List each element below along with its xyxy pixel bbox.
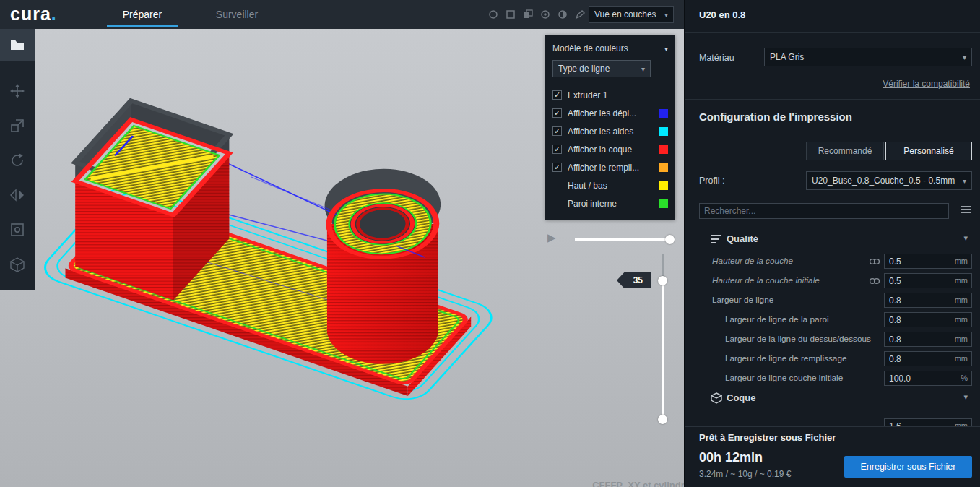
extruder-1-checkbox[interactable] xyxy=(552,90,562,100)
chevron-down-icon: ▾ xyxy=(963,392,968,402)
shell-icon xyxy=(711,392,722,404)
helpers-color-swatch xyxy=(659,127,668,136)
inner-wall-color-swatch xyxy=(659,199,668,208)
model-name: CFFFP_XY et cylindre xyxy=(468,480,710,487)
chevron-down-icon: ▾ xyxy=(963,53,966,61)
cura-app: CFFFP_XY et cylindre 61.0 x 21.0 x 20.5 … xyxy=(0,0,980,487)
simulation-slider-handle[interactable] xyxy=(665,235,675,244)
link-icon xyxy=(869,258,880,265)
tab-prepare[interactable]: Préparer xyxy=(107,0,178,27)
half-circle-icon[interactable] xyxy=(558,9,568,20)
link-icon xyxy=(869,277,880,285)
profile-dropdown[interactable]: U20_Buse_0.8_Couche_0.5 - 0.5mm▾ xyxy=(806,171,972,190)
toggle-show-infill: Afficher le rempli... xyxy=(552,158,668,176)
toggle-show-shell: Afficher la coque xyxy=(552,140,668,158)
wall-line-width-input[interactable] xyxy=(885,313,950,327)
compatibility-link[interactable]: Vérifier la compatibilité xyxy=(883,79,970,89)
show-infill-checkbox[interactable] xyxy=(552,163,562,172)
layer-view-panel: Modèle de couleurs ▾ Type de ligne▾ Extr… xyxy=(545,35,675,220)
settings-menu-icon[interactable] xyxy=(961,206,971,215)
machine-name: U20 en 0.8 xyxy=(699,9,745,20)
setting-row-top-bottom-line-width: Largeur de la ligne du dessus/dessous mm xyxy=(685,329,980,349)
show-travels-checkbox[interactable] xyxy=(552,108,562,118)
top-bottom-line-width-input[interactable] xyxy=(885,332,950,346)
support-blocker-button[interactable] xyxy=(0,249,35,280)
print-settings-panel: U20 en 0.8 Matériau PLA Gris▾ Vérifier l… xyxy=(684,0,980,487)
setting-row-initial-layer-height: Hauteur de la couche initiale mm xyxy=(685,271,980,290)
toggle-extruder-1: Extruder 1 xyxy=(552,86,668,104)
print-setup-title: Configuration de l'impression xyxy=(699,111,852,123)
show-helpers-checkbox[interactable] xyxy=(552,126,562,136)
material-dropdown[interactable]: PLA Gris▾ xyxy=(764,48,972,66)
scale-tool-button[interactable] xyxy=(0,110,35,142)
square-icon[interactable] xyxy=(506,9,516,20)
travels-color-swatch xyxy=(659,109,668,118)
move-tool-button[interactable] xyxy=(0,75,35,107)
setting-row-line-width: Largeur de ligne mm xyxy=(685,290,980,310)
quality-icon xyxy=(711,233,722,245)
setting-row-layer-height: Hauteur de la couche mm xyxy=(685,251,980,271)
open-file-button[interactable] xyxy=(0,29,35,61)
chevron-down-icon: ▾ xyxy=(963,177,966,185)
simulation-slider-track[interactable] xyxy=(575,238,670,241)
rotate-tool-button[interactable] xyxy=(0,145,35,176)
layer-slider-top-handle[interactable] xyxy=(658,276,667,285)
settings-search-input[interactable] xyxy=(699,203,949,219)
ready-status: Prêt à Enregistrer sous Fichier xyxy=(699,432,836,443)
play-simulation-button[interactable]: ▶ xyxy=(547,231,556,244)
chevron-down-icon: ▾ xyxy=(664,11,668,19)
initial-layer-line-width-input[interactable] xyxy=(885,371,950,385)
toggle-show-helpers: Afficher les aides xyxy=(552,122,668,140)
view-mode-dropdown[interactable]: Vue en couches▾ xyxy=(589,6,674,23)
layer-slider-track-upper xyxy=(662,254,664,277)
save-footer: Prêt à Enregistrer sous Fichier 00h 12mi… xyxy=(685,426,980,487)
material-label: Matériau xyxy=(699,53,734,63)
legend-top-bottom: Haut / bas xyxy=(552,176,668,194)
toggle-show-travels: Afficher les dépl... xyxy=(552,104,668,122)
per-model-settings-button[interactable] xyxy=(0,214,35,246)
pen-icon[interactable] xyxy=(575,9,585,20)
chevron-down-icon: ▾ xyxy=(963,233,968,243)
tab-monitor[interactable]: Surveiller xyxy=(202,0,272,27)
mode-recommended-button[interactable]: Recommandé xyxy=(806,142,884,160)
legend-inner-wall: Paroi interne xyxy=(552,194,668,212)
circle-icon[interactable] xyxy=(488,9,498,20)
top-bar: cura. Préparer Surveiller Vue en couches… xyxy=(0,0,684,29)
layer-height-input[interactable] xyxy=(885,254,950,268)
section-shell[interactable]: Coque ▾ xyxy=(685,389,980,408)
chevron-down-icon[interactable]: ▾ xyxy=(664,45,668,53)
infill-line-width-input[interactable] xyxy=(885,352,950,366)
profile-label: Profil : xyxy=(699,176,724,186)
material-estimate: 3.24m / ~ 10g / ~ 0.19 € xyxy=(699,469,791,479)
save-to-file-button[interactable]: Enregistrer sous Fichier xyxy=(844,456,972,478)
setting-row-initial-layer-line-width: Largeur de ligne couche initiale % xyxy=(685,369,980,388)
header-icon-group xyxy=(488,9,585,20)
layer-slider-bottom-handle[interactable] xyxy=(658,415,667,424)
infill-color-swatch xyxy=(659,163,668,172)
copy-icon[interactable] xyxy=(523,9,533,20)
top-bottom-color-swatch xyxy=(659,181,668,190)
setting-row-infill-line-width: Largeur de ligne de remplissage mm xyxy=(685,349,980,369)
color-swatch xyxy=(659,91,668,100)
line-width-input[interactable] xyxy=(885,293,950,307)
mirror-tool-button[interactable] xyxy=(0,179,35,211)
print-time-estimate: 00h 12min xyxy=(699,450,763,465)
dot-circle-icon[interactable] xyxy=(540,9,550,20)
cura-logo: cura. xyxy=(10,4,57,25)
setting-row-wall-line-width: Largeur de ligne de la paroi mm xyxy=(685,310,980,329)
model-info: CFFFP_XY et cylindre 61.0 x 21.0 x 20.5 … xyxy=(468,480,710,487)
initial-layer-height-input[interactable] xyxy=(885,274,950,288)
color-scheme-label: Modèle de couleurs xyxy=(552,43,628,53)
chevron-down-icon: ▾ xyxy=(641,65,645,73)
section-quality[interactable]: Qualité ▾ xyxy=(685,230,980,249)
line-type-dropdown[interactable]: Type de ligne▾ xyxy=(552,60,651,77)
show-shell-checkbox[interactable] xyxy=(552,145,562,154)
left-toolbar xyxy=(0,29,35,290)
shell-color-swatch xyxy=(659,145,668,154)
folder-open-icon xyxy=(9,36,26,53)
mode-custom-button[interactable]: Personnalisé xyxy=(885,142,972,160)
